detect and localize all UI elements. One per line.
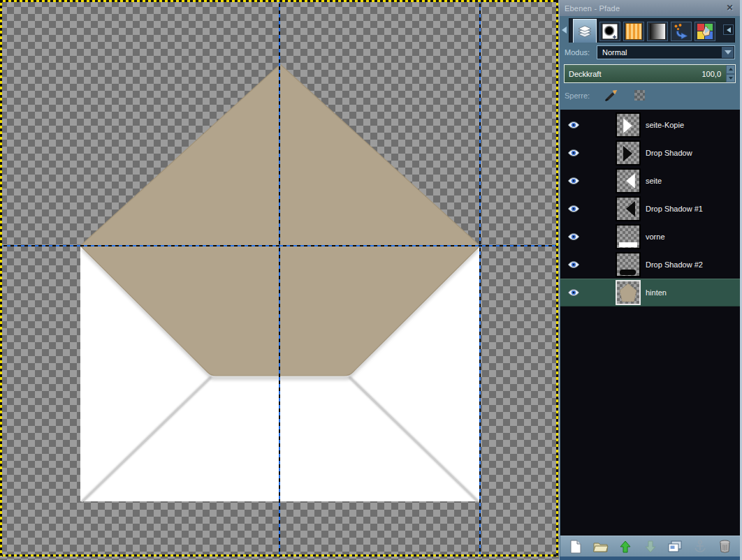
layer-row-seite-kopie[interactable]: seite-Kopie: [560, 111, 740, 139]
panel-collapse-icon[interactable]: [723, 24, 734, 35]
selection-ants-left: [0, 0, 2, 557]
visibility-eye-icon[interactable]: [567, 149, 580, 157]
lock-label: Sperre:: [565, 91, 592, 100]
layer-list: seite-Kopie Drop Shadow: [560, 110, 740, 536]
trash-icon: [719, 540, 731, 553]
layer-name: hinten: [646, 288, 667, 297]
visibility-eye-icon[interactable]: [567, 260, 580, 269]
layer-row-drop-shadow[interactable]: Drop Shadow: [560, 139, 740, 167]
new-layer-icon: [569, 540, 582, 554]
open-folder-button[interactable]: [592, 538, 609, 555]
new-layer-button[interactable]: [567, 538, 584, 555]
selection-ants-bottom: [0, 554, 558, 557]
layer-thumbnail[interactable]: [616, 112, 641, 138]
delete-layer-button[interactable]: [716, 538, 733, 555]
layer-name: seite: [646, 177, 662, 185]
selection-ants-right: [556, 0, 558, 557]
blend-mode-value: Normal: [602, 48, 627, 57]
transparency-lock-icon[interactable]: [634, 90, 645, 101]
layer-name: seite-Kopie: [646, 121, 684, 129]
layer-name: Drop Shadow #1: [646, 205, 703, 213]
blend-mode-dropdown[interactable]: Normal: [597, 45, 735, 59]
opacity-slider[interactable]: Deckkraft 100,0: [564, 64, 736, 83]
blend-mode-label: Modus:: [565, 48, 592, 57]
gradient-icon: [649, 23, 666, 40]
visibility-eye-icon[interactable]: [567, 177, 580, 185]
anchor-button[interactable]: [692, 538, 708, 555]
opacity-spinner: [726, 65, 735, 82]
layer-row-hinten[interactable]: hinten: [560, 279, 740, 307]
layer-thumbnail[interactable]: [616, 196, 641, 221]
visibility-eye-icon[interactable]: [567, 233, 580, 241]
lock-row: Sperre:: [560, 83, 740, 108]
layer-name: vorne: [646, 233, 665, 241]
canvas[interactable]: [0, 0, 559, 560]
blend-mode-row: Modus: Normal: [560, 43, 740, 62]
tab-selections[interactable]: [671, 22, 692, 41]
visibility-eye-icon[interactable]: [567, 205, 580, 213]
tab-scroll-right-icon[interactable]: [705, 27, 710, 34]
selection-ants-top: [0, 0, 558, 2]
panel-bottom-edge: [560, 557, 740, 560]
spinner-down-icon[interactable]: [726, 74, 735, 83]
move-down-icon: [645, 540, 656, 553]
layer-thumbnail[interactable]: [616, 168, 641, 193]
duplicate-layer-button[interactable]: [667, 538, 683, 555]
layer-row-seite[interactable]: seite: [560, 167, 740, 195]
move-up-icon: [620, 540, 631, 553]
move-layer-down-button[interactable]: [642, 538, 659, 555]
panel-titlebar[interactable]: Ebenen - Pfade ✕: [560, 0, 740, 16]
tab-scroll-left-icon[interactable]: [562, 27, 567, 34]
open-folder-icon: [593, 540, 609, 553]
close-icon[interactable]: ✕: [725, 3, 735, 13]
guide-vertical-1[interactable]: [279, 0, 280, 557]
tab-layers[interactable]: [573, 19, 597, 43]
layer-toolbar: [560, 536, 740, 557]
tab-masks[interactable]: [599, 22, 620, 41]
layer-thumbnail[interactable]: [616, 252, 641, 277]
layer-row-drop-shadow-1[interactable]: Drop Shadow #1: [560, 195, 740, 223]
duplicate-icon: [668, 540, 682, 553]
brush-icon[interactable]: [605, 90, 618, 101]
layer-thumbnail[interactable]: [616, 224, 641, 249]
layer-row-vorne[interactable]: vorne: [560, 223, 740, 251]
layer-row-drop-shadow-2[interactable]: Drop Shadow #2: [560, 251, 740, 279]
opacity-value: 100,0: [701, 70, 721, 78]
panel-title: Ebenen - Pfade: [565, 4, 725, 13]
pattern-stripes-icon: [625, 23, 642, 40]
tab-gradients[interactable]: [647, 22, 668, 41]
spinner-up-icon[interactable]: [726, 65, 735, 74]
layer-name: Drop Shadow #2: [646, 260, 703, 269]
guide-horizontal[interactable]: [0, 245, 558, 246]
layer-thumbnail[interactable]: [616, 280, 641, 305]
layer-thumbnail[interactable]: [616, 140, 641, 165]
layers-stack-icon: [576, 22, 594, 40]
visibility-eye-icon[interactable]: [567, 121, 580, 129]
chevron-down-icon[interactable]: [722, 47, 734, 58]
tab-patterns[interactable]: [623, 22, 644, 41]
palette-tabstrip: [560, 16, 740, 43]
mask-icon: [602, 23, 618, 40]
layer-name: Drop Shadow: [646, 149, 692, 157]
move-layer-up-button[interactable]: [617, 538, 634, 555]
opacity-label: Deckkraft: [569, 70, 701, 78]
app-window: Ebenen - Pfade ✕: [0, 0, 742, 560]
anchor-icon: [694, 540, 706, 553]
visibility-eye-icon[interactable]: [567, 288, 580, 297]
selection-arrow-icon: [673, 23, 690, 40]
guide-vertical-2[interactable]: [479, 0, 481, 557]
layers-panel: Ebenen - Pfade ✕: [559, 0, 742, 560]
